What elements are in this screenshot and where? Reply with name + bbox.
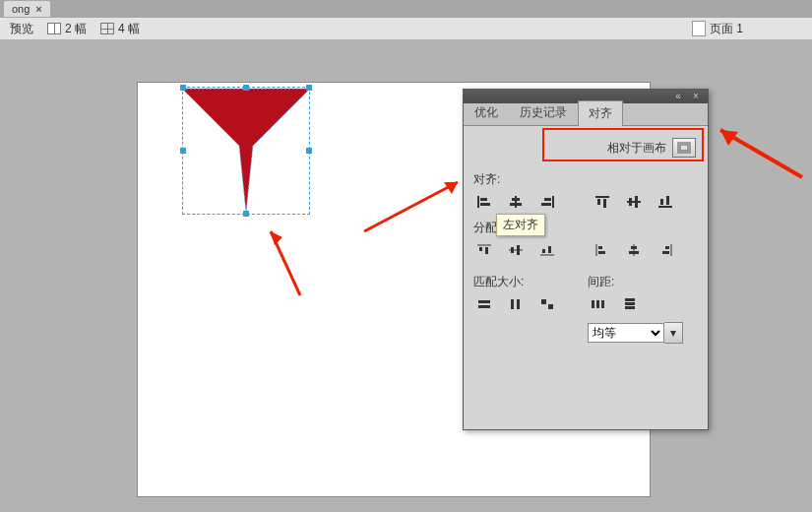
page-icon — [692, 21, 706, 36]
page-indicator[interactable]: 页面 1 — [692, 21, 743, 37]
svg-rect-47 — [511, 299, 514, 309]
panel-close-icon[interactable]: × — [690, 92, 702, 101]
svg-rect-29 — [485, 247, 488, 254]
svg-rect-50 — [548, 304, 553, 309]
svg-rect-49 — [541, 299, 546, 304]
svg-rect-38 — [598, 251, 605, 254]
four-up-button[interactable]: 4 幅 — [94, 19, 146, 39]
svg-rect-11 — [480, 203, 490, 206]
page-label: 页面 1 — [710, 21, 743, 37]
svg-rect-20 — [603, 199, 606, 208]
document-tab-bar: ong × — [0, 0, 812, 18]
match-both-button[interactable] — [536, 294, 558, 314]
svg-rect-45 — [478, 300, 490, 303]
svg-rect-25 — [660, 199, 663, 205]
spacing-mode-select[interactable]: 均等 — [588, 323, 664, 343]
resize-handle[interactable] — [243, 85, 249, 91]
match-size-label: 匹配大小: — [473, 274, 558, 290]
dist-top-button[interactable] — [473, 240, 495, 260]
align-panel: « × 优化 历史记录 对齐 相对于画布 对齐: 分配: — [463, 89, 709, 430]
svg-rect-10 — [480, 198, 487, 201]
tab-optimize[interactable]: 优化 — [464, 99, 509, 125]
dropdown-arrow-icon[interactable]: ▾ — [664, 322, 683, 344]
panel-body: 相对于画布 对齐: 分配: 匹配大小: — [464, 126, 708, 430]
two-up-label: 2 幅 — [65, 21, 87, 37]
svg-rect-46 — [478, 305, 490, 308]
svg-rect-32 — [517, 245, 520, 255]
dist-left-button[interactable] — [592, 240, 613, 260]
document-tab-label: ong — [12, 1, 30, 17]
distribute-row — [473, 240, 698, 260]
svg-rect-37 — [598, 246, 602, 249]
svg-rect-31 — [511, 247, 514, 253]
svg-rect-48 — [517, 299, 520, 309]
svg-rect-54 — [625, 298, 635, 301]
spacing-mode-dropdown[interactable]: 均等 ▾ — [588, 322, 683, 344]
resize-handle[interactable] — [243, 211, 249, 217]
dist-vcenter-button[interactable] — [505, 240, 527, 260]
svg-rect-34 — [542, 249, 545, 253]
annotation-highlight — [542, 128, 704, 161]
align-bottom-button[interactable] — [655, 192, 676, 212]
match-row — [473, 294, 558, 314]
tab-history[interactable]: 历史记录 — [509, 99, 578, 125]
svg-rect-55 — [625, 302, 635, 305]
dist-right-button[interactable] — [655, 240, 676, 260]
svg-rect-56 — [625, 306, 635, 309]
align-section-label: 对齐: — [473, 171, 698, 188]
svg-rect-35 — [548, 246, 551, 253]
svg-rect-16 — [544, 198, 551, 201]
svg-rect-17 — [541, 203, 551, 206]
preview-label: 预览 — [10, 21, 33, 37]
two-up-button[interactable]: 2 幅 — [41, 19, 93, 39]
svg-rect-14 — [510, 203, 522, 206]
panel-collapse-icon[interactable]: « — [672, 92, 684, 101]
resize-handle[interactable] — [180, 148, 186, 154]
match-height-button[interactable] — [505, 294, 527, 314]
match-width-button[interactable] — [473, 294, 495, 314]
align-right-button[interactable] — [536, 192, 558, 212]
preview-button[interactable]: 预览 — [4, 19, 39, 39]
align-top-button[interactable] — [592, 192, 613, 212]
space-v-button[interactable] — [619, 294, 641, 314]
svg-rect-44 — [662, 251, 669, 254]
svg-rect-26 — [666, 196, 669, 205]
tooltip: 左对齐 — [496, 214, 545, 236]
panel-tabs: 优化 历史记录 对齐 — [464, 103, 708, 126]
close-icon[interactable]: × — [35, 1, 41, 17]
space-h-button[interactable] — [588, 294, 609, 314]
svg-rect-28 — [479, 247, 482, 251]
svg-rect-53 — [601, 300, 604, 308]
spacing-row — [588, 294, 683, 314]
view-options-bar: 预览 2 幅 4 幅 页面 1 — [0, 18, 812, 40]
dist-bottom-button[interactable] — [536, 240, 558, 260]
svg-rect-43 — [665, 246, 669, 249]
svg-rect-13 — [512, 198, 520, 201]
selection-bounds — [182, 87, 310, 215]
svg-rect-40 — [631, 246, 637, 249]
selected-shape[interactable] — [182, 87, 310, 215]
svg-rect-41 — [629, 251, 639, 254]
dist-hcenter-button[interactable] — [623, 240, 645, 260]
spacing-label: 间距: — [588, 274, 683, 290]
align-vcenter-button[interactable] — [623, 192, 645, 212]
resize-handle[interactable] — [306, 148, 312, 154]
svg-rect-22 — [629, 198, 632, 206]
align-hcenter-button[interactable] — [505, 192, 527, 212]
tab-align[interactable]: 对齐 — [578, 100, 623, 126]
document-tab[interactable]: ong × — [4, 1, 50, 17]
resize-handle[interactable] — [180, 85, 186, 91]
resize-handle[interactable] — [306, 85, 312, 91]
align-row — [473, 192, 698, 212]
svg-rect-23 — [635, 196, 638, 208]
svg-rect-52 — [596, 300, 599, 308]
svg-rect-51 — [592, 300, 594, 308]
align-left-button[interactable] — [473, 192, 495, 212]
four-up-label: 4 幅 — [118, 21, 140, 37]
two-up-icon — [47, 23, 61, 34]
svg-rect-19 — [597, 199, 600, 205]
four-up-icon — [100, 23, 114, 34]
